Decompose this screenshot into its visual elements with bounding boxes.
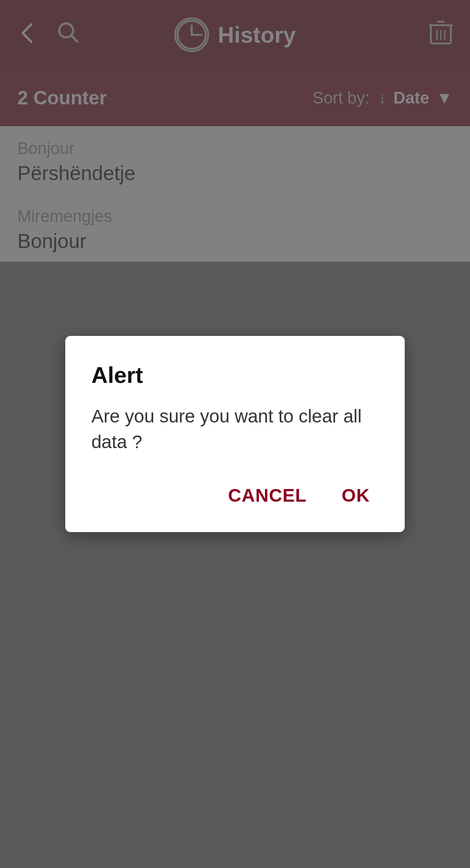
- dialog-message: Are you sure you want to clear all data …: [91, 404, 379, 455]
- ok-button[interactable]: OK: [333, 481, 379, 510]
- dialog-title: Alert: [91, 362, 379, 388]
- dialog-buttons: CANCEL OK: [91, 481, 379, 510]
- alert-dialog: Alert Are you sure you want to clear all…: [65, 336, 405, 533]
- cancel-button[interactable]: CANCEL: [219, 481, 316, 510]
- dialog-overlay: Alert Are you sure you want to clear all…: [0, 0, 470, 868]
